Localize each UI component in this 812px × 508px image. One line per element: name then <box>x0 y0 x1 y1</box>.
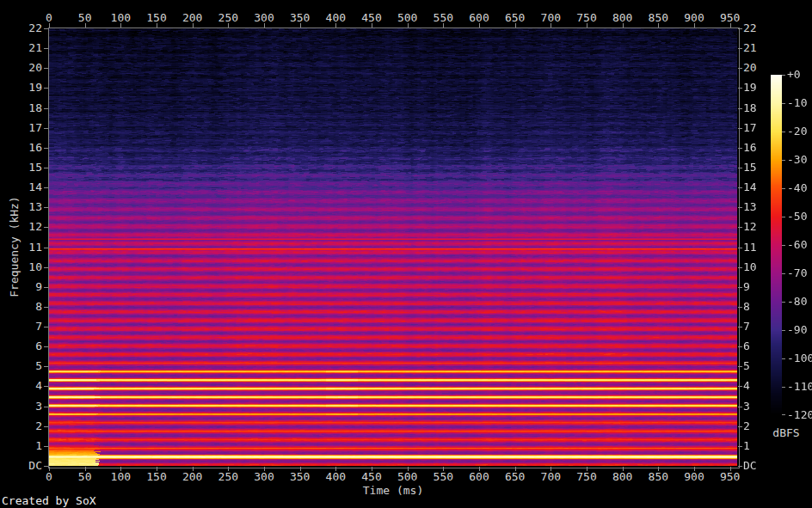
y-axis-tick-left <box>44 227 48 228</box>
colorbar-title: dBFS <box>772 426 799 439</box>
y-axis-tick-right <box>738 108 742 109</box>
y-axis-label-right: 7 <box>743 321 774 333</box>
sox-spectrogram-window: Frequency (kHz) Time (ms) dBFS Created b… <box>0 0 812 508</box>
y-axis-tick-left <box>44 248 48 248</box>
y-axis-label-left: 13 <box>11 201 42 213</box>
y-axis-label-right: 16 <box>743 142 774 154</box>
y-axis-tick-right <box>738 148 742 149</box>
y-axis-label-left: 9 <box>11 281 42 293</box>
y-axis-label-right: 12 <box>743 221 774 233</box>
colorbar-tick <box>782 387 785 388</box>
colorbar-label: -60 <box>787 239 812 251</box>
y-axis-label-right: 5 <box>743 360 774 372</box>
y-axis-tick-right <box>738 267 742 268</box>
y-axis-label-left: 11 <box>11 242 42 254</box>
y-axis-tick-left <box>44 187 48 188</box>
y-axis-tick-right <box>738 346 742 347</box>
y-axis-label-left: 12 <box>11 221 42 233</box>
y-axis-tick-right <box>738 227 742 228</box>
y-axis-label-right: 1 <box>743 440 774 452</box>
y-axis-label-left: 8 <box>11 301 42 313</box>
y-axis-label-right: 6 <box>743 340 774 352</box>
y-axis-tick-right <box>738 128 742 129</box>
spectrogram-canvas <box>49 28 737 466</box>
y-axis-label-right: 8 <box>743 301 774 313</box>
colorbar-label: -100 <box>787 352 812 364</box>
y-axis-label-right: 15 <box>743 162 774 174</box>
y-axis-tick-left <box>44 346 48 347</box>
y-axis-label-right: 21 <box>743 42 774 54</box>
colorbar-tick <box>782 75 785 76</box>
colorbar-label: -120 <box>787 409 812 421</box>
y-axis-label-left: 1 <box>11 440 42 452</box>
y-axis-label-right: 11 <box>743 242 774 254</box>
y-axis-tick-left <box>44 366 48 367</box>
colorbar-label: -30 <box>787 154 812 166</box>
colorbar-tick <box>782 188 785 189</box>
y-axis-tick-left <box>44 327 48 327</box>
y-axis-tick-left <box>44 446 48 447</box>
y-axis-label-left: 7 <box>11 321 42 333</box>
y-axis-tick-left <box>44 148 48 149</box>
y-axis-tick-left <box>44 207 48 208</box>
y-axis-tick-right <box>738 248 742 248</box>
y-axis-tick-right <box>738 386 742 387</box>
y-axis-tick-left <box>44 108 48 109</box>
y-axis-label-left: 15 <box>11 162 42 174</box>
colorbar-tick <box>782 273 785 274</box>
colorbar-label: -10 <box>787 97 812 109</box>
x-axis-label-bottom: 950 <box>710 471 751 483</box>
y-axis-label-right: 22 <box>743 22 774 34</box>
y-axis-label-left: 22 <box>11 22 42 34</box>
y-axis-label-left: 5 <box>11 360 42 372</box>
y-axis-label-right: 14 <box>743 181 774 193</box>
colorbar-label: -90 <box>787 324 812 336</box>
y-axis-tick-left <box>44 386 48 387</box>
y-axis-label-right: 20 <box>743 62 774 74</box>
y-axis-label-left: 16 <box>11 142 42 154</box>
y-axis-tick-left <box>44 128 48 129</box>
y-axis-tick-left <box>44 267 48 268</box>
colorbar-tick <box>782 330 785 331</box>
y-axis-tick-right <box>738 446 742 447</box>
colorbar-label: -40 <box>787 182 812 194</box>
y-axis-tick-right <box>738 48 742 49</box>
y-axis-label-left: 17 <box>11 122 42 134</box>
y-axis-tick-right <box>738 187 742 188</box>
colorbar-tick <box>782 302 785 303</box>
y-axis-tick-right <box>738 366 742 367</box>
y-axis-tick-right <box>738 287 742 288</box>
y-axis-tick-right <box>738 88 742 89</box>
colorbar-tick <box>782 132 785 132</box>
y-axis-label-left: DC <box>11 460 42 472</box>
colorbar-tick <box>782 160 785 161</box>
colorbar-tick <box>782 245 785 246</box>
y-axis-label-right: 4 <box>743 380 774 392</box>
colorbar-label: -20 <box>787 125 812 138</box>
y-axis-tick-left <box>44 88 48 89</box>
y-axis-tick-right <box>738 327 742 327</box>
y-axis-tick-right <box>738 466 742 467</box>
y-axis-label-right: 19 <box>743 82 774 94</box>
y-axis-tick-left <box>44 68 48 69</box>
y-axis-tick-left <box>44 307 48 308</box>
y-axis-label-left: 14 <box>11 181 42 193</box>
colorbar-tick <box>782 414 785 415</box>
y-axis-tick-left <box>44 426 48 427</box>
y-axis-label-right: 10 <box>743 261 774 273</box>
y-axis-label-right: 17 <box>743 122 774 134</box>
colorbar-label: -110 <box>787 381 812 393</box>
credit-text: Created by SoX <box>2 494 96 507</box>
y-axis-label-left: 19 <box>11 82 42 94</box>
colorbar-tick <box>782 103 785 104</box>
y-axis-tick-right <box>738 28 742 29</box>
y-axis-label-right: 3 <box>743 401 774 413</box>
y-axis-tick-left <box>44 48 48 49</box>
y-axis-tick-left <box>44 466 48 467</box>
colorbar-label: -70 <box>787 267 812 279</box>
y-axis-tick-right <box>738 407 742 407</box>
colorbar-label: +0 <box>787 69 812 81</box>
y-axis-tick-left <box>44 28 48 29</box>
colorbar-tick <box>782 217 785 217</box>
y-axis-label-right: 13 <box>743 201 774 213</box>
